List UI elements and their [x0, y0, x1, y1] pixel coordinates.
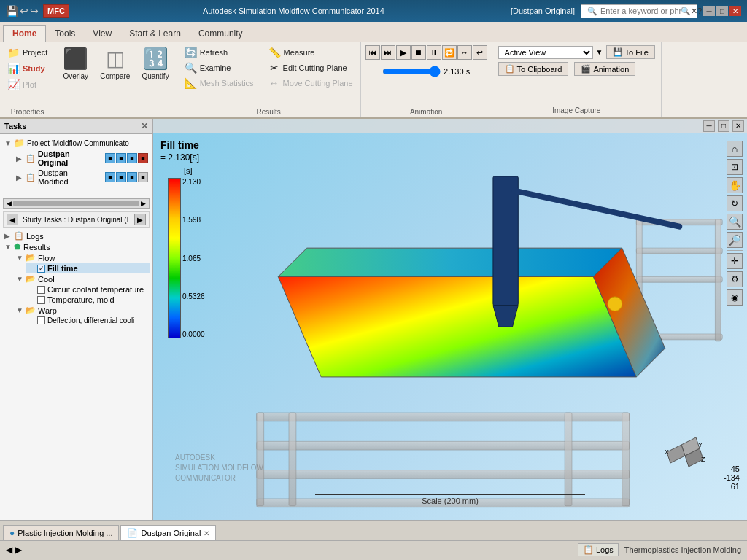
scroll-thumb[interactable] — [13, 201, 139, 206]
logs-label: Logs — [26, 232, 44, 241]
anim-play-button[interactable]: ▶ — [396, 45, 411, 60]
quantify-button[interactable]: 🔢 Quantify — [139, 45, 171, 82]
svg-rect-1 — [257, 441, 630, 450]
edit-cutting-plane-button[interactable]: ✂ Edit Cutting Plane — [266, 61, 356, 75]
to-clipboard-button[interactable]: 📋 To Clipboard — [498, 62, 569, 76]
view-extra-btn[interactable]: ◉ — [727, 289, 743, 306]
fill-time-node[interactable]: ✓ Fill time — [26, 263, 150, 273]
project-node[interactable]: ▼ 📁 Project 'Moldflow Communicator Tut — [3, 137, 150, 149]
move-cutting-plane-button[interactable]: ↔ Move Cutting Plane — [266, 76, 356, 90]
status-nav-right-icon[interactable]: ▶ — [15, 545, 22, 555]
anim-pingpong-button[interactable]: ↔ — [457, 45, 472, 60]
temp-mold-node[interactable]: Temperature, mold — [26, 295, 150, 305]
anim-first-button[interactable]: ⏮ — [365, 45, 380, 60]
logs-label: Logs — [596, 545, 614, 554]
quick-access-undo[interactable]: ↩ — [20, 5, 28, 17]
tab-start-learn[interactable]: Start & Learn — [120, 26, 190, 42]
tab-community[interactable]: Community — [190, 26, 252, 42]
cool-node[interactable]: ▼ 📂 Cool — [15, 273, 150, 284]
results-node[interactable]: ▼ ⬟ Results — [3, 241, 150, 252]
tab-tools[interactable]: Tools — [46, 26, 84, 42]
logs-node[interactable]: ▶ 📋 Logs — [3, 230, 150, 241]
close-button[interactable]: ✕ — [729, 6, 741, 16]
view-zoom-out-btn[interactable]: 🔍 — [727, 232, 743, 248]
study-modified-node[interactable]: ▶ 📋 Dustpan Modified ■ ■ ■ ■ — [15, 168, 150, 187]
study-original-node[interactable]: ▶ 📋 Dustpan Original ■ ■ ■ ■ — [15, 149, 150, 168]
view-crosshair-btn[interactable]: ✛ — [727, 253, 743, 269]
circuit-coolant-checkbox[interactable] — [37, 286, 45, 294]
tab-do-close-icon[interactable]: ✕ — [204, 529, 209, 537]
refresh-button[interactable]: 🔄 Refresh — [182, 45, 257, 60]
study-original-label: Dustpan Original — [38, 149, 100, 167]
sidebar-scrollbar[interactable]: ◀ ▶ — [3, 198, 150, 209]
nav-back-btn[interactable]: ◀ — [7, 214, 18, 225]
deflection-label: Deflection, differential cooli — [47, 316, 134, 324]
maximize-button[interactable]: □ — [716, 6, 728, 16]
fill-time-checkbox[interactable]: ✓ — [37, 265, 45, 273]
deflection-checkbox[interactable] — [37, 316, 45, 324]
status-nav-left-icon[interactable]: ◀ — [6, 545, 12, 555]
examine-button[interactable]: 🔍 Examine — [182, 61, 257, 75]
view-settings-btn[interactable]: ⚙ — [727, 271, 743, 287]
modified-action-btn-2[interactable]: ■ — [116, 172, 126, 182]
active-view-select[interactable]: Active View — [498, 46, 593, 59]
temp-mold-checkbox[interactable] — [37, 296, 45, 304]
search-input[interactable] — [600, 7, 681, 15]
sidebar-close-icon[interactable]: ✕ — [141, 121, 148, 131]
anim-prev-button[interactable]: ⏭ — [381, 45, 395, 60]
measure-button[interactable]: 📏 Measure — [266, 45, 356, 60]
anim-pause-button[interactable]: ⏸ — [427, 45, 441, 60]
action-btn-2[interactable]: ■ — [116, 153, 126, 163]
view-zoom-in-btn[interactable]: 🔍 — [727, 214, 743, 230]
project-button[interactable]: 📁 Project — [4, 45, 50, 60]
watermark: AUTODESK SIMULATION MOLDFLOW COMMUNICATO… — [175, 453, 263, 483]
svg-rect-5 — [289, 413, 296, 506]
warp-node[interactable]: ▼ 📂 Warp — [15, 305, 150, 316]
modified-action-btn-1[interactable]: ■ — [105, 172, 115, 182]
anim-reverse-button[interactable]: ↩ — [473, 45, 487, 60]
overlay-button[interactable]: ⬛ Overlay — [60, 45, 91, 82]
nav-fwd-btn[interactable]: ▶ — [134, 214, 146, 225]
tab-dustpan-original[interactable]: 📄 Dustpan Original ✕ — [120, 525, 216, 540]
vp-minimize-btn[interactable]: ─ — [703, 120, 715, 132]
quick-access-redo[interactable]: ↪ — [30, 5, 39, 17]
anim-stop-button[interactable]: ⏹ — [411, 45, 426, 60]
view-zoom-fit-btn[interactable]: ⊡ — [727, 159, 743, 175]
view-pan-btn[interactable]: ✋ — [727, 177, 743, 193]
study-button[interactable]: 📊 Study — [4, 61, 48, 76]
deflection-node[interactable]: Deflection, differential cooli — [26, 316, 150, 325]
animation-slider[interactable] — [382, 66, 441, 77]
action-btn-4[interactable]: ■ — [138, 153, 148, 163]
search-submit-icon[interactable]: 🔍 — [681, 7, 691, 16]
to-file-button[interactable]: 💾 To File — [606, 45, 655, 59]
view-home-btn[interactable]: ⌂ — [727, 141, 743, 157]
search-help-icon[interactable]: ? — [697, 7, 702, 15]
action-btn-1[interactable]: ■ — [105, 153, 115, 163]
scroll-right-btn[interactable]: ▶ — [139, 200, 147, 207]
vp-restore-btn[interactable]: □ — [718, 120, 729, 132]
quick-access-save[interactable]: 💾 — [6, 5, 18, 17]
minimize-button[interactable]: ─ — [703, 6, 715, 16]
modified-action-btn-4[interactable]: ■ — [138, 172, 148, 182]
search-box[interactable]: 🔍 🔍 ✕ ? — [581, 4, 697, 18]
action-btn-3[interactable]: ■ — [127, 153, 137, 163]
animation-capture-button[interactable]: 🎬 Animation — [574, 62, 635, 76]
tab-view[interactable]: View — [84, 26, 120, 42]
ribbon-group-overlay: ⬛ Overlay ◫ Compare 🔢 Quantify — [55, 42, 177, 117]
anim-loop-button[interactable]: 🔁 — [442, 45, 457, 60]
search-clear-icon[interactable]: ✕ — [691, 7, 697, 16]
mesh-statistics-button[interactable]: 📐 Mesh Statistics — [182, 76, 257, 90]
logs-status-btn[interactable]: 📋 Logs — [578, 543, 619, 556]
tab-home[interactable]: Home — [3, 25, 46, 42]
view-rotate-btn[interactable]: ↻ — [727, 195, 743, 211]
scroll-left-btn[interactable]: ◀ — [5, 200, 13, 207]
flow-node[interactable]: ▼ 📂 Flow — [15, 252, 150, 263]
plot-button[interactable]: 📈 Plot — [4, 77, 39, 92]
circuit-coolant-node[interactable]: Circuit coolant temperature — [26, 284, 150, 295]
compare-button[interactable]: ◫ Compare — [97, 45, 133, 82]
vp-close-btn[interactable]: ✕ — [732, 120, 744, 132]
modified-action-btn-3[interactable]: ■ — [127, 172, 137, 182]
tasks-label: Tasks — [4, 122, 26, 131]
tab-plastic-injection[interactable]: ● Plastic Injection Molding ... — [3, 525, 119, 540]
svg-rect-13 — [715, 219, 721, 341]
